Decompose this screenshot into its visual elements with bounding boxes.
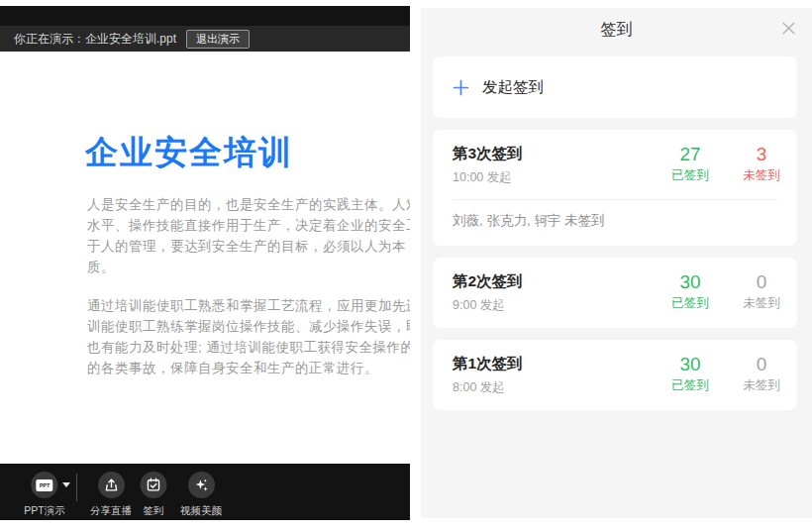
- signin-stats: 30 已签到 0 未签到: [662, 271, 789, 312]
- share-live-icon: [98, 472, 125, 498]
- slide-text-line: 水平、操作技能直接作用于生产，决定着企业的安全工作: [87, 215, 410, 236]
- slide-text-line: 的各类事故，保障自身安全和生产的正常进行。: [87, 358, 410, 378]
- slide-text-line: 通过培训能使职工熟悉和掌握工艺流程，应用更加先进的: [87, 295, 410, 316]
- unsigned-count: 3: [734, 144, 789, 164]
- ppt-dropdown-caret-icon[interactable]: [62, 482, 70, 487]
- signin-stats: 30 已签到 0 未签到: [662, 354, 789, 394]
- absent-names: 刘薇, 张克力, 轲宇 未签到: [453, 200, 789, 232]
- checkin-icon: [141, 472, 167, 498]
- create-checkin-button[interactable]: 发起签到: [433, 56, 797, 118]
- signin-stats: 27 已签到 3 未签到: [662, 144, 789, 184]
- signin-card-round-1[interactable]: 第1次签到 8:00 发起 30 已签到 0 未签到: [433, 340, 797, 410]
- panel-title: 签到: [421, 20, 812, 41]
- slide-title: 企业安全培训: [85, 131, 293, 175]
- slide-text-line: 也有能力及时处理; 通过培训能使职工获得安全操作的本: [87, 337, 410, 358]
- toolbar-divider: [76, 474, 77, 501]
- ppt-icon: PPT: [31, 472, 57, 498]
- signin-info: 第1次签到 8:00 发起: [453, 354, 523, 396]
- presenter-bar: 你正在演示：企业安全培训.ppt 退出演示: [0, 26, 410, 52]
- signed-label: 已签到: [662, 295, 718, 312]
- signed-count: 30: [662, 271, 718, 292]
- video-beauty-button[interactable]: 视频美颜: [180, 472, 222, 518]
- slide: 企业安全培训 人是安全生产的目的，也是安全生产的实践主体。人对安 水平、操作技能…: [0, 52, 410, 464]
- panel-header: 签到: [421, 8, 812, 52]
- signin-time: 9:00 发起: [453, 297, 523, 314]
- signin-title: 第3次签到: [453, 144, 523, 164]
- toolbar-button-label: 签到: [144, 504, 164, 518]
- unsigned-label: 未签到: [734, 377, 789, 394]
- share-live-button[interactable]: 分享直播: [90, 472, 132, 518]
- toolbar-button-label: 视频美颜: [180, 504, 222, 518]
- signin-info: 第3次签到 10:00 发起: [453, 144, 523, 186]
- unsigned-label: 未签到: [734, 295, 789, 312]
- slide-text-line: 质。: [87, 257, 410, 277]
- unsigned-count: 0: [734, 271, 789, 292]
- signin-title: 第2次签到: [453, 271, 523, 292]
- exit-presentation-button[interactable]: 退出演示: [186, 30, 250, 49]
- slide-paragraph-1: 人是安全生产的目的，也是安全生产的实践主体。人对安 水平、操作技能直接作用于生产…: [87, 194, 410, 277]
- signed-count: 30: [662, 354, 718, 374]
- signed-label: 已签到: [662, 167, 718, 184]
- unsigned-label: 未签到: [734, 167, 789, 184]
- checkin-panel: 签到 发起签到 第3次签到 10:00 发起: [421, 0, 812, 532]
- panel-body: 发起签到 第3次签到 10:00 发起 27 已签到 3: [421, 52, 812, 410]
- create-checkin-label: 发起签到: [482, 77, 544, 98]
- toolbar-button-label: PPT演示: [24, 504, 64, 518]
- meeting-toolbar: PPT PPT演示 分享直播: [0, 464, 410, 520]
- slide-text-line: 训能使职工熟练掌握岗位操作技能、减少操作失误，即使: [87, 316, 410, 337]
- signed-stat: 27 已签到: [662, 144, 718, 184]
- plus-icon: [453, 79, 469, 96]
- signin-time: 10:00 发起: [453, 169, 523, 186]
- unsigned-count: 0: [734, 354, 789, 374]
- signed-count: 27: [662, 144, 718, 164]
- unsigned-stat: 0 未签到: [734, 271, 789, 312]
- ppt-present-button[interactable]: PPT PPT演示: [24, 472, 64, 518]
- presenting-status-text: 你正在演示：企业安全培训.ppt: [14, 31, 176, 48]
- slide-text-line: 人是安全生产的目的，也是安全生产的实践主体。人对安: [87, 194, 410, 215]
- beauty-icon: [188, 472, 215, 498]
- signin-title: 第1次签到: [453, 354, 523, 374]
- ppt-badge: PPT: [36, 479, 52, 491]
- signed-label: 已签到: [662, 377, 718, 394]
- signin-card-round-3[interactable]: 第3次签到 10:00 发起 27 已签到 3 未签到: [433, 130, 797, 246]
- checkin-button[interactable]: 签到: [141, 472, 167, 518]
- unsigned-stat: 3 未签到: [734, 144, 789, 184]
- close-icon[interactable]: [779, 19, 797, 37]
- signed-stat: 30 已签到: [662, 354, 718, 394]
- toolbar-button-label: 分享直播: [90, 504, 132, 518]
- signin-info: 第2次签到 9:00 发起: [453, 271, 523, 314]
- slide-paragraph-2: 通过培训能使职工熟悉和掌握工艺流程，应用更加先进的 训能使职工熟练掌握岗位操作技…: [87, 295, 410, 378]
- signed-stat: 30 已签到: [662, 271, 718, 312]
- checkin-panel-surface: 签到 发起签到 第3次签到 10:00 发起: [421, 8, 812, 518]
- unsigned-stat: 0 未签到: [734, 354, 789, 394]
- signin-time: 8:00 发起: [453, 379, 523, 396]
- presentation-stage: 你正在演示：企业安全培训.ppt 退出演示 企业安全培训 人是安全生产的目的，也…: [0, 6, 410, 520]
- signin-card-round-2[interactable]: 第2次签到 9:00 发起 30 已签到 0 未签到: [433, 258, 797, 328]
- slide-text-line: 于人的管理，要达到安全生产的目标，必须以人为本，全: [87, 236, 410, 257]
